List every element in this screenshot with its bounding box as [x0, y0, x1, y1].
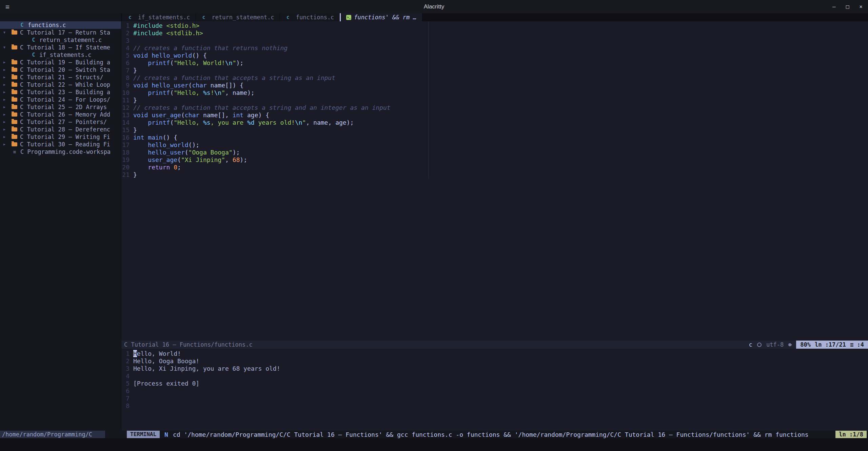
- code-text: }: [133, 67, 137, 74]
- terminal-line: 6: [121, 387, 868, 395]
- chevron-right-icon[interactable]: ▶: [3, 111, 12, 118]
- editor-tab[interactable]: >_functions' && rm …: [340, 13, 422, 21]
- chevron-down-icon[interactable]: ▼: [3, 44, 12, 51]
- minimize-button[interactable]: –: [832, 3, 836, 10]
- alacritty-window: ≡ Alacritty – □ × Cfunctions.c▼C Tutoria…: [0, 0, 868, 451]
- maximize-button[interactable]: □: [846, 3, 849, 10]
- tree-item-label: C Tutorial 27 – Pointers/: [20, 118, 107, 126]
- terminal-line: 1Hello, World!: [121, 350, 868, 357]
- cwd-path: /home/random/Programming/C: [0, 431, 105, 438]
- tree-item-folder[interactable]: ▶C Tutorial 19 – Building a: [0, 59, 121, 66]
- tree-item-label: C Programming.code-workspa: [20, 148, 111, 156]
- tree-item-label: C Tutorial 19 – Building a: [20, 59, 110, 66]
- tree-item-file[interactable]: Cfunctions.c: [0, 21, 121, 29]
- terminal-mode-badge: TERMINAL: [127, 431, 160, 438]
- terminal-text: Hello, Xi Jinping, you are 68 years old!: [133, 365, 280, 372]
- line-number: 5: [121, 380, 130, 387]
- code-line: 10 printf("Hello, %s!\n", name);: [121, 89, 868, 97]
- chevron-right-icon[interactable]: ▶: [3, 66, 12, 74]
- line-number: 4: [121, 372, 130, 380]
- line-number: 19: [121, 156, 130, 164]
- tree-item-folder[interactable]: ▶C Tutorial 20 – Switch Sta: [0, 66, 121, 74]
- tree-item-label: C Tutorial 28 – Dereferenc: [20, 126, 110, 133]
- terminal-output[interactable]: 1Hello, World!2Hello, Ooga Booga!3Hello,…: [121, 349, 868, 431]
- file-explorer[interactable]: Cfunctions.c▼C Tutorial 17 – Return StaC…: [0, 13, 121, 431]
- tree-item-label: C Tutorial 30 – Reading Fi: [20, 141, 110, 148]
- chevron-right-icon[interactable]: ▶: [3, 59, 12, 66]
- folder-icon: [12, 135, 17, 139]
- code-line: 3: [121, 37, 868, 44]
- column-ruler: [428, 21, 429, 179]
- chevron-right-icon[interactable]: ▶: [3, 81, 12, 88]
- line-number: 13: [121, 111, 130, 119]
- code-line: 11}: [121, 97, 868, 104]
- folder-icon: [12, 60, 17, 64]
- chevron-right-icon[interactable]: ▶: [3, 74, 12, 81]
- tree-item-folder[interactable]: ▶C Tutorial 23 – Building a: [0, 88, 121, 96]
- statusline-filetype: c: [749, 341, 752, 348]
- line-number: 7: [121, 67, 130, 74]
- code-editor[interactable]: 1#include <stdio.h>2#include <stdlib.h>3…: [121, 21, 868, 341]
- tree-item-file[interactable]: ≡C Programming.code-workspa: [0, 148, 121, 156]
- tab-label: if_statements.c: [138, 14, 190, 21]
- chevron-right-icon[interactable]: ▶: [3, 141, 12, 148]
- code-text: }: [133, 171, 137, 178]
- tree-item-folder[interactable]: ▼C Tutorial 17 – Return Sta: [0, 29, 121, 36]
- main-area: Cfunctions.c▼C Tutorial 17 – Return StaC…: [0, 13, 868, 431]
- tree-item-file[interactable]: Creturn_statement.c: [0, 36, 121, 44]
- folder-icon: [12, 30, 17, 35]
- chevron-down-icon[interactable]: ▼: [3, 29, 12, 36]
- line-number: 10: [121, 89, 130, 97]
- line-number: 20: [121, 164, 130, 171]
- language-icon: [757, 343, 762, 347]
- editor-tab[interactable]: Cfunctions.c: [280, 13, 340, 21]
- tree-item-folder[interactable]: ▼C Tutorial 18 – If Stateme: [0, 44, 121, 51]
- line-number: 3: [121, 365, 130, 372]
- close-button[interactable]: ×: [859, 3, 863, 10]
- statusline-column: ≡ :4: [850, 341, 864, 348]
- tree-item-label: C Tutorial 24 – For Loops/: [20, 96, 110, 103]
- tree-item-folder[interactable]: ▶C Tutorial 27 – Pointers/: [0, 118, 121, 126]
- line-number: 17: [121, 141, 130, 149]
- tree-item-folder[interactable]: ▶C Tutorial 29 – Writing Fi: [0, 133, 121, 141]
- chevron-right-icon[interactable]: ▶: [3, 133, 12, 141]
- tree-item-file[interactable]: Cif_statements.c: [0, 51, 121, 59]
- tree-item-label: C Tutorial 22 – While Loop: [20, 81, 110, 88]
- editor-tab[interactable]: Creturn_statement.c: [196, 13, 280, 21]
- terminal-line: 4: [121, 372, 868, 380]
- statusline-encoding: utf-8: [766, 341, 784, 348]
- code-text: void hello_world() {: [133, 52, 207, 59]
- tree-item-folder[interactable]: ▶C Tutorial 24 – For Loops/: [0, 96, 121, 103]
- chevron-right-icon[interactable]: ▶: [3, 103, 12, 111]
- chevron-right-icon[interactable]: ▶: [3, 126, 12, 133]
- code-line: 14 printf("Hello, %s, you are %d years o…: [121, 119, 868, 126]
- window-controls: – □ ×: [832, 3, 863, 10]
- code-text: void hello_user(char name[]) {: [133, 82, 243, 89]
- folder-icon: [12, 120, 17, 124]
- code-text: // creates a function that accepts a str…: [133, 74, 335, 81]
- tree-item-folder[interactable]: ▶C Tutorial 28 – Dereferenc: [0, 126, 121, 133]
- chevron-right-icon[interactable]: ▶: [3, 118, 12, 126]
- tree-item-folder[interactable]: ▶C Tutorial 26 – Memory Add: [0, 111, 121, 118]
- tab-bar: Cif_statements.cCreturn_statement.cCfunc…: [121, 13, 868, 21]
- folder-icon: [12, 90, 17, 94]
- drop-icon: [788, 343, 792, 347]
- tree-item-folder[interactable]: ▶C Tutorial 21 – Structs/: [0, 74, 121, 81]
- chevron-right-icon[interactable]: ▶: [3, 88, 12, 96]
- chevron-right-icon[interactable]: ▶: [3, 96, 12, 103]
- terminal-position-badge: ln :1/8: [835, 431, 867, 438]
- tree-item-folder[interactable]: ▶C Tutorial 30 – Reading Fi: [0, 141, 121, 148]
- folder-icon: [12, 142, 17, 146]
- line-number: 6: [121, 59, 130, 67]
- code-line: 7}: [121, 67, 868, 74]
- tree-item-folder[interactable]: ▶C Tutorial 25 – 2D Arrays: [0, 103, 121, 111]
- statusline-right: c utf-8 80% ln :17/21 ≡ :4: [749, 341, 868, 349]
- statusline: C Tutorial 16 – Functions/functions.c c …: [121, 341, 868, 349]
- hamburger-menu-icon[interactable]: ≡: [5, 3, 9, 11]
- tree-item-label: C Tutorial 18 – If Stateme: [20, 44, 110, 51]
- tree-item-folder[interactable]: ▶C Tutorial 22 – While Loop: [0, 81, 121, 88]
- editor-tab[interactable]: Cif_statements.c: [122, 13, 196, 21]
- tab-label: functions.c: [296, 14, 334, 21]
- editor-column: Cif_statements.cCreturn_statement.cCfunc…: [121, 13, 868, 431]
- line-number: 18: [121, 149, 130, 156]
